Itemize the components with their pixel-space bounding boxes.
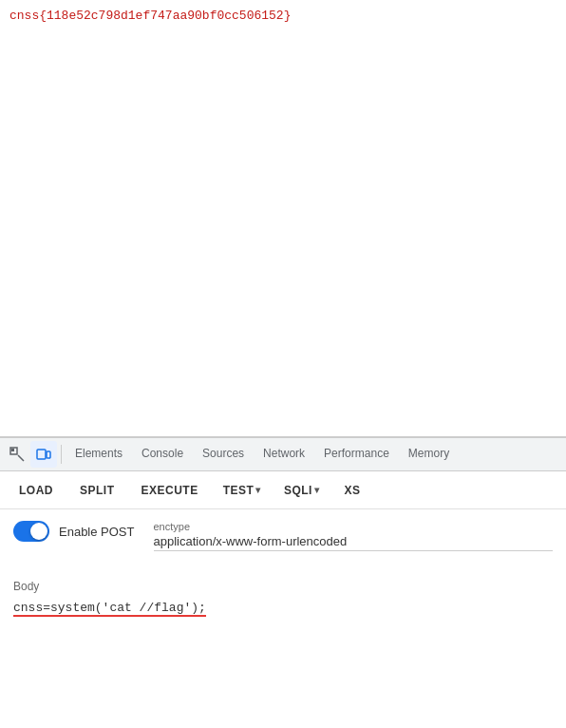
enctype-label: enctype <box>154 521 554 532</box>
xs-button[interactable]: XS <box>332 478 371 503</box>
enable-post-toggle[interactable] <box>13 521 49 542</box>
execute-button[interactable]: EXECUTE <box>130 478 210 503</box>
content-area: cnss{118e52c798d1ef747aa90bf0cc506152} <box>0 0 566 437</box>
load-button[interactable]: LOAD <box>8 478 65 503</box>
toolbar-divider <box>61 445 62 464</box>
tab-sources[interactable]: Sources <box>193 437 254 471</box>
sqli-button[interactable]: SQLI ▾ <box>274 478 330 503</box>
device-icon <box>36 447 51 462</box>
toggle-knob <box>30 523 47 540</box>
tab-performance[interactable]: Performance <box>314 437 399 471</box>
split-button[interactable]: SPLIT <box>68 478 126 503</box>
test-dropdown-arrow: ▾ <box>255 485 261 495</box>
code-text: cnss{118e52c798d1ef747aa90bf0cc506152} <box>9 9 291 23</box>
sqli-dropdown-arrow: ▾ <box>314 485 320 495</box>
enable-post-label: Enable POST <box>59 525 135 539</box>
tab-console[interactable]: Console <box>132 437 193 471</box>
tab-memory[interactable]: Memory <box>399 437 459 471</box>
test-button[interactable]: TEST ▾ <box>214 478 271 503</box>
action-toolbar: LOAD SPLIT EXECUTE TEST ▾ SQLI ▾ XS <box>0 471 566 509</box>
inspect-icon-btn[interactable] <box>4 441 30 468</box>
svg-line-2 <box>18 455 24 461</box>
tab-network[interactable]: Network <box>254 437 314 471</box>
tab-elements[interactable]: Elements <box>66 437 132 471</box>
body-code: cnss=system('cat //flag'); <box>13 601 553 617</box>
svg-rect-1 <box>11 449 14 451</box>
svg-rect-3 <box>37 450 46 459</box>
form-area: Enable POST enctype application/x-www-fo… <box>0 509 566 572</box>
device-toolbar-btn[interactable] <box>30 441 57 468</box>
enctype-value: application/x-www-form-urlencoded <box>154 534 554 551</box>
body-code-text: cnss=system('cat //flag'); <box>13 601 206 617</box>
inspect-icon <box>9 447 25 462</box>
svg-rect-4 <box>47 451 50 458</box>
form-row-post: Enable POST enctype application/x-www-fo… <box>13 521 553 551</box>
enctype-section: enctype application/x-www-form-urlencode… <box>154 521 554 551</box>
devtools-toolbar: Elements Console Sources Network Perform… <box>0 437 566 471</box>
toggle-row: Enable POST <box>13 521 135 542</box>
body-label: Body <box>13 580 553 593</box>
body-section: Body cnss=system('cat //flag'); <box>0 572 566 624</box>
